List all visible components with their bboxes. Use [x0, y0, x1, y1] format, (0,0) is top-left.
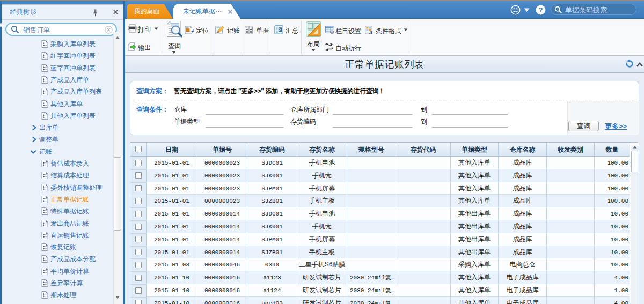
- svg-text:If: If: [369, 30, 373, 34]
- svg-text:Σ: Σ: [279, 27, 281, 32]
- svg-text:?: ?: [539, 6, 543, 14]
